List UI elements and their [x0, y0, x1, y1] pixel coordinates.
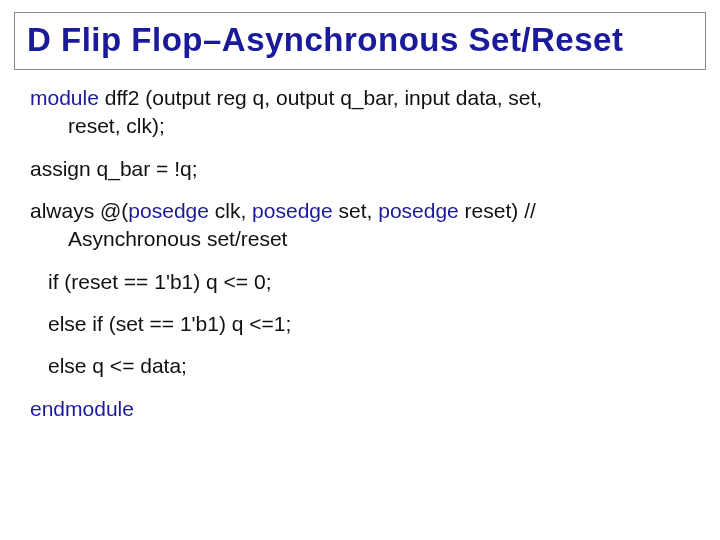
posedge-1: posedge	[128, 199, 209, 222]
module-decl-2: reset, clk);	[30, 112, 165, 140]
slide-title: D Flip Flop–Asynchronous Set/Reset	[27, 21, 693, 59]
code-content: module dff2 (output reg q, output q_bar,…	[0, 70, 720, 423]
module-keyword: module	[30, 86, 99, 109]
else-statement: else q <= data;	[30, 352, 690, 380]
if-statement: if (reset == 1'b1) q <= 0;	[30, 268, 690, 296]
set-text: set,	[333, 199, 379, 222]
always-block: always @(posedge clk, posedge set, posed…	[30, 197, 690, 254]
posedge-2: posedge	[252, 199, 333, 222]
reset-text: reset) //	[459, 199, 536, 222]
assign-statement: assign q_bar = !q;	[30, 155, 690, 183]
module-declaration: module dff2 (output reg q, output q_bar,…	[30, 84, 690, 141]
always-prefix: always @(	[30, 199, 128, 222]
title-container: D Flip Flop–Asynchronous Set/Reset	[14, 12, 706, 70]
module-decl-1: dff2 (output reg q, output q_bar, input …	[99, 86, 542, 109]
elseif-statement: else if (set == 1'b1) q <=1;	[30, 310, 690, 338]
endmodule-keyword: endmodule	[30, 397, 134, 420]
always-comment: Asynchronous set/reset	[30, 225, 287, 253]
endmodule-line: endmodule	[30, 395, 690, 423]
posedge-3: posedge	[378, 199, 459, 222]
clk-text: clk,	[209, 199, 252, 222]
